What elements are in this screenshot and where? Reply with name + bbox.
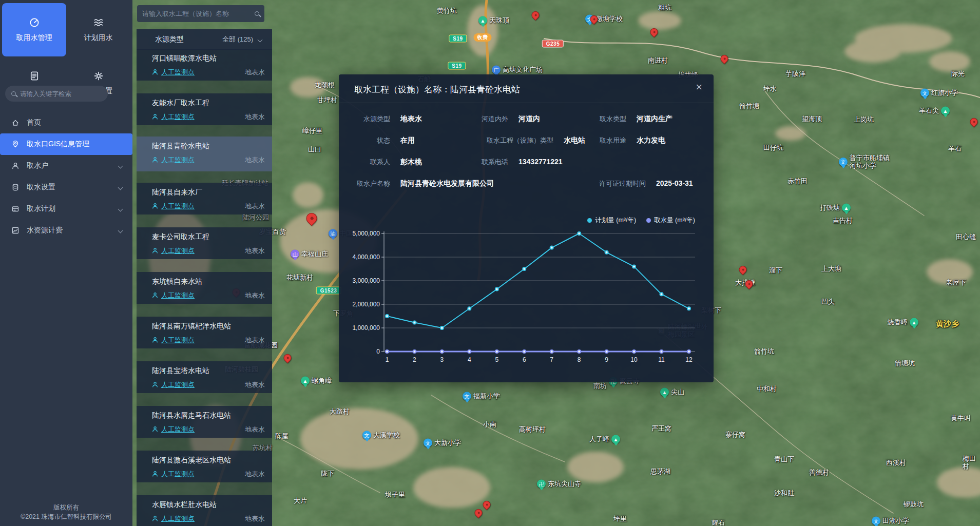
- map-place-label: 文大溪学校: [362, 431, 400, 440]
- monitor-type-link[interactable]: 人工监测点: [161, 291, 195, 300]
- facility-list-item[interactable]: 麦卡公司取水工程 人工监测点 地表水: [137, 227, 272, 259]
- sidebar-item-label: 首页: [27, 118, 125, 127]
- map-place-label: 严王窝: [651, 425, 671, 433]
- svg-text:6: 6: [523, 356, 526, 363]
- field-value: 河道内: [518, 114, 540, 124]
- field-value: 水力发电: [637, 136, 665, 145]
- school-map-icon: 文: [424, 439, 432, 447]
- app-tile-2[interactable]: 节水管理: [2, 56, 66, 110]
- water-source-type: 地表水: [245, 425, 266, 434]
- person-icon: [152, 291, 158, 300]
- facility-name: 陆河县激石溪老区水电站: [152, 456, 266, 465]
- monitor-type-link[interactable]: 人工监测点: [161, 68, 195, 77]
- water-source-type: 地表水: [245, 246, 266, 256]
- map-place-label: 人子嶂▲: [589, 435, 620, 444]
- sidebar-search-box[interactable]: [5, 86, 108, 102]
- facility-list-item[interactable]: 陆河县青砼水电站 人工监测点 地表水: [137, 137, 272, 171]
- map-place-label: ▲尖山: [660, 388, 684, 397]
- map-place-label: 南进村: [648, 57, 668, 65]
- facility-list-item[interactable]: 陆河县南万镇杞洋水电站 人工监测点 地表水: [137, 317, 272, 348]
- field-label: 河道内外: [457, 114, 508, 124]
- map-place-label: 打铁塘▲: [820, 204, 851, 212]
- facility-name: 水唇镇水栏肚水电站: [152, 500, 266, 510]
- app-tile-label: 取用水管理: [16, 33, 52, 43]
- map-place-label: 黄沙乡: [936, 319, 959, 328]
- monitor-type-link[interactable]: 人工监测点: [161, 155, 195, 165]
- monitor-type-link[interactable]: 人工监测点: [161, 202, 195, 211]
- app-tile-0[interactable]: 取用水管理: [2, 3, 66, 56]
- field-r1c1: 水源类型地表水: [349, 114, 422, 124]
- sidebar-item-5[interactable]: 水资源计费: [0, 220, 132, 241]
- facility-search-box[interactable]: [137, 5, 264, 22]
- field-value: 陆河县青砼水电发展有限公司: [400, 179, 494, 188]
- app-tile-3[interactable]: 业务设置: [66, 56, 130, 110]
- person-icon: [152, 514, 158, 523]
- person-icon: [152, 470, 158, 479]
- field-label: 联系电话: [457, 158, 508, 167]
- map-place-label: ▲螺角嶂: [301, 377, 332, 385]
- map-place-label: 溜下: [769, 267, 782, 275]
- facility-list-item[interactable]: 东坑镇自来水站 人工监测点 地表水: [137, 272, 272, 304]
- map-place-label: 芋陂洋: [785, 70, 805, 78]
- facility-name: 河口镇唱歌潭水电站: [152, 54, 266, 63]
- facility-list-item[interactable]: 水唇镇水栏肚水电站 人工监测点 地表水: [137, 495, 272, 526]
- home-icon: [11, 119, 20, 127]
- monitor-type-link[interactable]: 人工监测点: [161, 380, 195, 389]
- map-place-label: 卍东坑尖山寺: [537, 480, 581, 489]
- svg-text:3: 3: [440, 356, 444, 363]
- field-r2c3: 取水用途水力发电: [575, 136, 665, 145]
- map-place-label: 山幸福山庄: [291, 250, 328, 259]
- resort-map-icon: 山: [291, 250, 299, 259]
- monitor-type-link[interactable]: 人工监测点: [161, 425, 195, 434]
- sidebar-item-label: 取水计划: [27, 204, 111, 213]
- field-r4c1: 取水户名称陆河县青砼水电发展有限公司: [349, 179, 494, 188]
- monitor-type-link[interactable]: 人工监测点: [161, 470, 195, 479]
- sidebar-item-label: 取水设置: [27, 183, 111, 192]
- map-place-label: 大片: [294, 497, 307, 505]
- facility-name: 陆河县水唇走马石水电站: [152, 411, 266, 420]
- filter-value-dropdown[interactable]: 全部 (125): [222, 35, 265, 44]
- field-label: 取水工程（设施）类型: [457, 136, 553, 145]
- monitor-type-link[interactable]: 人工监测点: [161, 112, 195, 122]
- sidebar-item-4[interactable]: 取水计划: [0, 198, 132, 220]
- field-value: 在用: [400, 136, 415, 145]
- field-r1c2: 河道内外河道内: [457, 114, 540, 124]
- map-place-label: 嶂仔里: [302, 127, 322, 135]
- sidebar-item-3[interactable]: 取水设置: [0, 177, 132, 198]
- sidebar-item-0[interactable]: 首页: [0, 112, 132, 133]
- map-place-label: ▲天珠顶: [478, 16, 509, 25]
- road-badge: S19: [448, 62, 466, 70]
- close-icon[interactable]: ×: [696, 82, 702, 93]
- card-icon: [11, 205, 20, 213]
- map-place-label: 箭塘坑: [895, 360, 915, 367]
- app-tile-1[interactable]: 计划用水: [66, 3, 130, 56]
- map-place-label: 上岗坑: [854, 116, 874, 124]
- facility-list-item[interactable]: 友能水厂取水工程 人工监测点 地表水: [137, 93, 272, 125]
- chart-icon: [11, 226, 20, 235]
- monitor-type-link[interactable]: 人工监测点: [161, 246, 195, 256]
- facility-search-input[interactable]: [142, 10, 255, 17]
- map-place-label: 凹头: [821, 298, 835, 306]
- sidebar-item-2[interactable]: 取水户: [0, 155, 132, 177]
- field-r2c1: 状态在用: [349, 136, 415, 145]
- sidebar-item-1[interactable]: 取水口GIS信息管理: [0, 133, 132, 155]
- monitor-type-link[interactable]: 人工监测点: [161, 336, 195, 345]
- svg-text:1: 1: [386, 356, 389, 363]
- facility-list-item[interactable]: 陆河县自来水厂 人工监测点 地表水: [137, 183, 272, 215]
- facility-name: 友能水厂取水工程: [152, 99, 266, 108]
- sidebar-menu: 首页 取水口GIS信息管理 取水户 取水设置 取水计划 水资源计费: [0, 112, 132, 241]
- monitor-type-link[interactable]: 人工监测点: [161, 514, 195, 523]
- field-value: 河道内生产: [637, 114, 672, 124]
- facility-list-item[interactable]: 河口镇唱歌潭水电站 人工监测点 地表水: [137, 49, 272, 81]
- facility-list-item[interactable]: 陆河县宝塔水电站 人工监测点 地表水: [137, 361, 272, 393]
- person-icon: [152, 202, 158, 211]
- svg-text:4: 4: [468, 356, 471, 363]
- facility-list-item[interactable]: 陆河县水唇走马石水电站 人工监测点 地表水: [137, 406, 272, 438]
- sidebar: 取用水管理计划用水节水管理业务设置 首页 取水口GIS信息管理 取水户 取水设置…: [0, 0, 132, 526]
- map-place-label: 广高塘文化广场: [492, 66, 543, 74]
- map-place-label: 山口: [308, 146, 321, 153]
- sidebar-search-input[interactable]: [20, 90, 103, 98]
- facility-list-item[interactable]: 陆河县激石溪老区水电站 人工监测点 地表水: [137, 451, 272, 482]
- road-badge: S19: [449, 35, 467, 43]
- road-badge: 收费: [474, 33, 492, 42]
